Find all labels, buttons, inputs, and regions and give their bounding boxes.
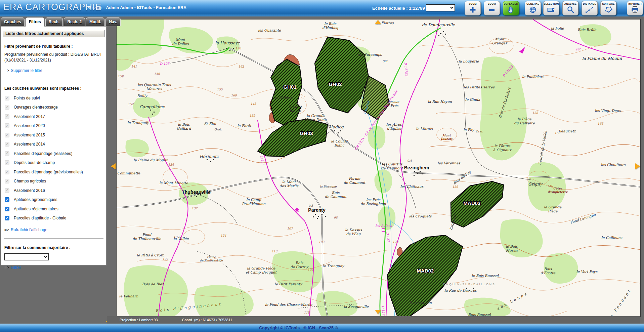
map-label: la Grande Pièce (544, 205, 561, 213)
analyse-button[interactable]: ANALYSE (562, 1, 578, 15)
layer-checkbox: ✓ (5, 96, 9, 100)
map-label: 105 (307, 268, 313, 271)
commune-filter-heading: Filtre sur la commune majoritaire : (4, 245, 106, 250)
tab-nav-[interactable]: Nav. (105, 17, 120, 26)
surface-tool-button[interactable]: SURFACE (600, 1, 616, 15)
map-label: 146 (547, 184, 553, 188)
parcel-label-gh03: GH03 (300, 130, 313, 136)
map-label: la Rue de Desvres (444, 288, 477, 292)
status-bar: Projection : Lambert 93 Coord. (m) : 614… (107, 316, 640, 324)
scale-select[interactable] (426, 4, 455, 11)
map-label: D 121E3 (502, 65, 514, 78)
map-label: Silo (383, 59, 388, 63)
pan-left-arrow[interactable] (111, 163, 116, 169)
pan-down-arrow[interactable] (375, 310, 381, 314)
map-label: le Fond des Chasse-Marée (265, 302, 312, 306)
map-label: 136 (452, 185, 458, 189)
globe-icon (529, 6, 537, 14)
layer-checkbox[interactable]: ✓ (5, 216, 9, 220)
general-view-button[interactable]: GENERAL (525, 1, 541, 15)
map-label: les Prés de Bezinghem (360, 198, 386, 206)
map-label: aux Loups (496, 291, 528, 311)
map-label: le Mont des Marlis (280, 180, 298, 188)
pan-up-arrow[interactable] (375, 20, 381, 24)
map-label: les Aulnes (375, 224, 392, 227)
commune-select[interactable] (4, 253, 49, 260)
zoom-out-button[interactable]: ZOOM (484, 1, 500, 15)
map-label: Bois de Caumont (325, 191, 347, 199)
map-label: PR (576, 47, 581, 51)
layer-label: Assolement 2017 (14, 114, 45, 119)
map-label: 139 (249, 114, 255, 117)
parcel-label-mad03: MAD03 (464, 200, 481, 206)
filters-panel: Liste des filtres actuellement appliqués… (1, 26, 106, 265)
map-viewport[interactable]: les Flottesle Bois d'Hodicqles Quarantel… (116, 19, 641, 317)
map-label: le Bois Gaillard (177, 122, 191, 130)
map-label: les Quarante (258, 28, 281, 32)
session-label: Session : (87, 5, 104, 10)
map-label: 0,4 (407, 159, 412, 162)
map-label: la Vallée (174, 237, 189, 241)
map-label: le Bois Moren (506, 244, 518, 252)
map-label: 170 (235, 47, 241, 50)
map-label: Orat. (214, 128, 222, 131)
map-label: 162 (238, 65, 244, 68)
zoom-plus-icon (469, 6, 477, 14)
layer-list: ✓Points de suivi✓Ouvrages d'entreposage✓… (1, 93, 106, 223)
layer-checkbox[interactable]: ✓ (5, 197, 9, 202)
tab-rech-[interactable]: Rech. (45, 17, 63, 26)
map-label: la Louperie (459, 59, 479, 63)
layer-checkbox: ✓ (5, 133, 9, 137)
layer-checkbox: ✓ (5, 114, 9, 119)
zoom-in-button[interactable]: ZOOM (465, 1, 481, 15)
map-label: Communette (117, 171, 140, 175)
magnifier-icon (566, 6, 574, 14)
layer-label: Assolement 2016 (14, 188, 45, 193)
map-label: Bezinghem (404, 165, 429, 170)
separator (4, 238, 103, 239)
pan-right-arrow[interactable] (635, 163, 640, 169)
layer-label: Points de suivi (14, 96, 40, 100)
map-label: de Doudeauville (422, 23, 455, 27)
tab-couches[interactable]: Couches (1, 17, 25, 26)
map-label: Esgrange (449, 213, 457, 231)
map-label: les Quarante-Trois Mesures (138, 83, 171, 91)
map-label: le Veilharn (119, 294, 138, 298)
map-label: les Varennes (437, 161, 460, 165)
hand-icon (507, 6, 515, 14)
refresh-display-link[interactable]: Rafraîchir l'affichage (11, 227, 47, 232)
map-label: les Petites Terres (464, 85, 495, 89)
layer-checkbox: ✓ (5, 151, 9, 156)
layer-row: ✓Assolement 2020 (1, 121, 106, 130)
selection-button[interactable]: SELECTION (543, 1, 559, 15)
map-label: le Mont Minette (159, 181, 188, 185)
layer-checkbox[interactable]: ✓ (5, 207, 9, 211)
map-label: la Molette (274, 95, 293, 99)
map-label: les Aires d'Église (386, 122, 402, 130)
header-bar: ERA CARTOGRAPHIE Session :Admin Admin - … (0, 0, 644, 16)
layer-label: Dépôts bout-de-champ (14, 160, 55, 165)
map-label: le Dessus des Prés (382, 99, 399, 108)
layer-row: ✓Assolement 2016 (1, 186, 106, 195)
map-label: le Petit Parenty (274, 282, 302, 286)
distance-tool-button[interactable]: DISTANCE (582, 1, 598, 15)
map-label: GR 127A - GR du Pays du Haut Pays d'Arto… (354, 90, 398, 151)
map-label: la Folie (551, 26, 564, 30)
layers-heading: Les couches suivantes sont impactées : (4, 86, 106, 91)
copyright-text: Copyright © IGTools - © IGN - Scan25 ® (259, 326, 338, 330)
map-label: le Puchelart (522, 75, 544, 79)
layer-row: ✓Assolement 2014 (1, 139, 106, 149)
print-button[interactable]: IMPRIMER (627, 1, 643, 15)
tab-filtres[interactable]: Filtres (26, 17, 44, 27)
map-label: la Houssoye (215, 41, 240, 45)
pan-tool-button[interactable]: DEPLACER (503, 1, 519, 15)
parcel-label-mad02: MAD02 (417, 268, 434, 274)
map-label: 134 (168, 163, 174, 166)
tab-rech-2[interactable]: Rech. 2 (64, 17, 85, 26)
apply-filter-link[interactable]: Filtrer (11, 265, 21, 270)
map-label: 132 (173, 236, 179, 239)
tab-modif-[interactable]: Modif. (86, 17, 104, 26)
remove-filter-link[interactable]: Supprimer le filtre (11, 68, 42, 73)
map-label: 160 (231, 94, 237, 97)
map-label: le Marais (416, 127, 433, 131)
